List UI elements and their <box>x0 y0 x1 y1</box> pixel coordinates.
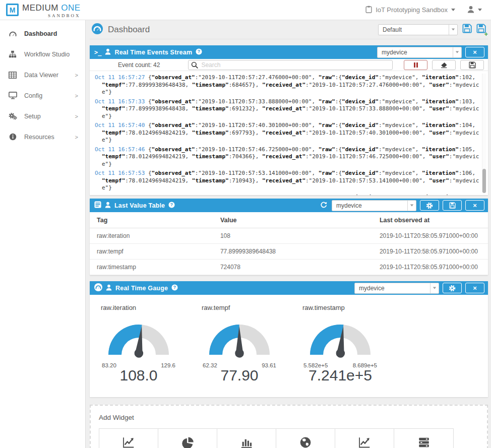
sidebar-item-dashboard[interactable]: Dashboard <box>0 23 85 44</box>
event-log-entry: Oct 11 16:57:33 {"observed_at":"2019-10-… <box>95 98 480 120</box>
line-chart-icon <box>337 435 392 448</box>
events-log[interactable]: Oct 11 16:57:27 {"observed_at":"2019-10-… <box>90 71 488 195</box>
add-widget-geopoint-chart[interactable]: Grouped UsersGeoPoint Chart <box>276 429 335 448</box>
sidebar-item-label: Setup <box>24 113 75 120</box>
tag-cell: raw:tempf <box>90 244 213 260</box>
event-log-entry: Oct 11 16:57:46 {"observed_at":"2019-10-… <box>95 146 480 168</box>
pause-icon <box>414 62 415 68</box>
close-icon: × <box>473 202 477 209</box>
gear-icon <box>449 285 456 292</box>
settings-button[interactable] <box>420 200 439 211</box>
gauge-label: raw.timestamp <box>302 304 392 311</box>
gauge-value: 108.0 <box>101 367 176 384</box>
panel-title: Last Value Table <box>114 202 165 209</box>
user-menu[interactable] <box>467 6 482 15</box>
add-widget-pie-chart[interactable]: Grouped UsersPie Chart <box>158 429 217 448</box>
save-dashboard-button[interactable] <box>462 24 472 35</box>
table-icon <box>8 72 17 79</box>
events-stream-panel: >_ Real Time Events Stream ? mydevice × … <box>90 45 488 195</box>
save-as-new-dashboard-button[interactable]: + <box>476 24 486 35</box>
table-row[interactable]: raw:timestamp7240782019-10-11T20:58:05.9… <box>90 260 488 275</box>
add-widget-line-chart[interactable]: Grouped UsersLine Chart <box>99 429 158 448</box>
search-input[interactable] <box>188 60 393 70</box>
dashboard-gauge-icon <box>92 23 103 36</box>
add-widget-bar-chart[interactable]: Grouped UsersBar Chart <box>217 429 276 448</box>
terminal-icon: >_ <box>94 49 101 56</box>
bar-chart-icon <box>219 435 274 448</box>
line-chart-icon <box>101 435 156 448</box>
dashboard-select[interactable]: Default <box>378 24 458 35</box>
save-icon <box>469 61 476 69</box>
list-icon <box>94 201 101 210</box>
scrollbar-thumb[interactable] <box>482 169 486 193</box>
clear-stream-button[interactable] <box>432 60 456 70</box>
pie-chart-icon <box>160 435 215 448</box>
gauge-chart <box>101 317 176 360</box>
gauge-icon <box>94 283 102 293</box>
sidebar-item-label: Resources <box>24 134 75 141</box>
add-widget-line-chart[interactable]: Single UserLine Chart <box>335 429 394 448</box>
sidebar-item-setup[interactable]: Setup> <box>0 106 85 126</box>
table-row[interactable]: raw:iteration1082019-10-11T20:58:05.9710… <box>90 228 488 244</box>
gauge-panel: Real Time Gauge ? mydevice × raw.iterati… <box>90 281 488 397</box>
column-header: Tag <box>90 212 213 228</box>
event-log-entry: Oct 11 16:57:59 {"observed_at":"2019-10-… <box>95 194 480 196</box>
search-icon <box>191 61 198 69</box>
refresh-icon[interactable] <box>320 201 327 210</box>
table-row[interactable]: raw:tempf77.899993896484382019-10-11T20:… <box>90 244 488 260</box>
clipboard-icon <box>365 6 372 15</box>
gauge-raw.iteration: raw.iteration83.20129.6108.0 <box>101 304 191 384</box>
help-icon[interactable]: ? <box>168 201 175 210</box>
sidebar-item-config[interactable]: Config> <box>0 85 85 106</box>
column-header: Value <box>213 212 373 228</box>
scrollbar[interactable] <box>482 74 486 193</box>
chevron-right-icon: > <box>75 93 78 99</box>
gauge-max-label: 93.61 <box>262 362 276 368</box>
chevron-down-icon <box>451 9 455 11</box>
device-select[interactable]: mydevice <box>332 200 416 211</box>
gauge-chart <box>302 317 378 360</box>
value-cell: 77.89999389648438 <box>213 244 373 260</box>
gauge-min-label: 62.32 <box>203 362 217 368</box>
device-select[interactable]: mydevice <box>354 283 439 294</box>
sidebar-item-resources[interactable]: Resources> <box>0 126 85 147</box>
pause-stream-button[interactable] <box>404 60 427 70</box>
tachometer-icon <box>8 30 17 37</box>
close-panel-button[interactable]: × <box>465 47 484 57</box>
add-widget-cross-filter-chart[interactable]: Single UserCross Filter Chart <box>394 429 453 448</box>
user-icon <box>106 284 112 293</box>
sitemap-icon <box>8 50 17 58</box>
user-icon <box>467 6 474 15</box>
chevron-down-icon <box>478 9 482 11</box>
settings-button[interactable] <box>443 283 462 293</box>
close-panel-button[interactable]: × <box>465 283 484 293</box>
close-panel-button[interactable]: × <box>465 200 484 211</box>
svg-text:?: ? <box>170 202 173 207</box>
event-log-entry: Oct 11 16:57:27 {"observed_at":"2019-10-… <box>95 74 480 96</box>
device-select[interactable]: mydevice <box>377 47 462 58</box>
help-icon[interactable]: ? <box>196 48 202 57</box>
help-icon[interactable]: ? <box>171 284 178 293</box>
last-value-panel: Last Value Table ? mydevice × <box>90 199 488 275</box>
user-icon <box>105 201 111 210</box>
value-cell: 724078 <box>213 260 373 275</box>
sidebar-item-workflow-studio[interactable]: Workflow Studio <box>0 44 85 65</box>
save-button[interactable] <box>443 200 462 211</box>
brand-name: MEDIUM ONE <box>22 4 81 12</box>
save-stream-button[interactable] <box>460 60 484 70</box>
cross-filter-icon <box>396 435 451 448</box>
sidebar-item-data-viewer[interactable]: Data Viewer> <box>0 65 85 85</box>
sidebar: DashboardWorkflow StudioData Viewer>Conf… <box>0 20 86 448</box>
event-count-label: Event count: 42 <box>118 61 160 69</box>
sidebar-item-label: Workflow Studio <box>24 51 78 58</box>
plus-icon: + <box>484 30 488 38</box>
close-icon: × <box>473 284 477 292</box>
gauge-header: Real Time Gauge ? mydevice × <box>90 281 488 295</box>
last-value-table: TagValueLast observed at raw:iteration10… <box>90 212 488 275</box>
chevron-right-icon: > <box>75 72 78 78</box>
last-value-header: Last Value Table ? mydevice × <box>90 199 488 212</box>
tag-cell: raw:timestamp <box>90 260 213 275</box>
eraser-icon <box>440 61 448 69</box>
workspace-selector[interactable]: IoT Prototyping Sandbox <box>365 6 455 15</box>
tag-cell: raw:iteration <box>90 228 213 244</box>
